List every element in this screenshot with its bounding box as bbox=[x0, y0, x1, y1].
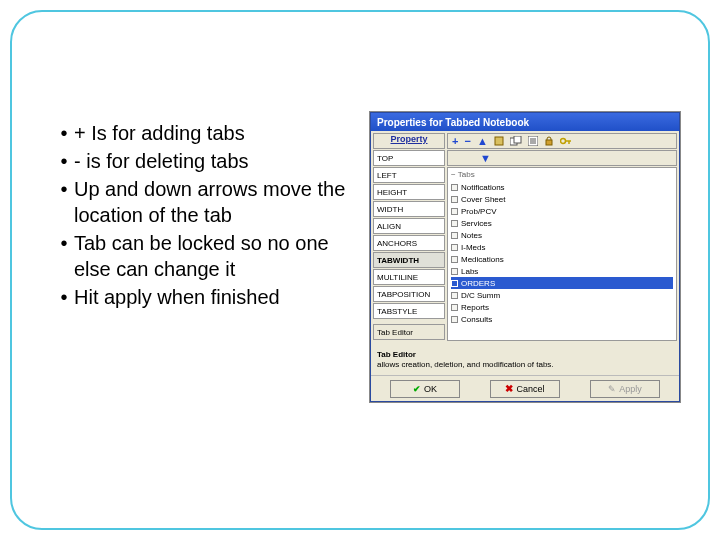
tab-item[interactable]: Notes bbox=[451, 229, 673, 241]
help-title: Tab Editor bbox=[377, 350, 673, 359]
property-row[interactable]: ALIGN bbox=[373, 218, 445, 234]
property-row[interactable]: TOP bbox=[373, 150, 445, 166]
property-row[interactable]: TABPOSITION bbox=[373, 286, 445, 302]
key-icon[interactable] bbox=[560, 136, 572, 146]
tab-icon bbox=[451, 208, 458, 215]
svg-point-8 bbox=[560, 139, 565, 144]
bullet-item: • - is for deleting tabs bbox=[54, 148, 366, 174]
svg-rect-7 bbox=[546, 140, 552, 145]
tab-icon bbox=[451, 304, 458, 311]
lock-icon[interactable] bbox=[544, 136, 554, 146]
property-row[interactable]: WIDTH bbox=[373, 201, 445, 217]
tab-icon bbox=[451, 292, 458, 299]
tab-icon bbox=[451, 268, 458, 275]
tabs-list: Notifications Cover Sheet Prob/PCV Servi… bbox=[451, 181, 673, 325]
bullet-dot: • bbox=[54, 284, 74, 310]
paste-icon[interactable] bbox=[494, 136, 504, 146]
tab-item[interactable]: Prob/PCV bbox=[451, 205, 673, 217]
apply-icon: ✎ bbox=[608, 384, 616, 394]
bullet-dot: • bbox=[54, 230, 74, 282]
bullet-dot: • bbox=[54, 148, 74, 174]
tab-item-selected[interactable]: ORDERS bbox=[451, 277, 673, 289]
dialog-title: Properties for Tabbed Notebook bbox=[377, 117, 529, 128]
dialog-titlebar[interactable]: Properties for Tabbed Notebook bbox=[371, 113, 679, 131]
property-row[interactable]: HEIGHT bbox=[373, 184, 445, 200]
slide-frame: • + Is for adding tabs • - is for deleti… bbox=[10, 10, 710, 530]
ok-button[interactable]: ✔OK bbox=[390, 380, 460, 398]
bullet-item: • + Is for adding tabs bbox=[54, 120, 366, 146]
tab-icon bbox=[451, 196, 458, 203]
property-row[interactable]: LEFT bbox=[373, 167, 445, 183]
tab-item[interactable]: Medications bbox=[451, 253, 673, 265]
help-panel: Tab Editor allows creation, deletion, an… bbox=[373, 347, 677, 375]
tab-item[interactable]: Reports bbox=[451, 301, 673, 313]
move-down-icon[interactable]: ▼ bbox=[480, 153, 491, 164]
tab-item[interactable]: Cover Sheet bbox=[451, 193, 673, 205]
property-row[interactable]: MULTILINE bbox=[373, 269, 445, 285]
tab-item[interactable]: Consults bbox=[451, 313, 673, 325]
tab-item[interactable]: Labs bbox=[451, 265, 673, 277]
tab-item[interactable]: Notifications bbox=[451, 181, 673, 193]
tab-toolbar: + − ▲ bbox=[447, 133, 677, 149]
tab-icon bbox=[451, 232, 458, 239]
svg-rect-0 bbox=[495, 137, 503, 145]
copy-icon[interactable] bbox=[510, 136, 522, 146]
bullet-list: • + Is for adding tabs • - is for deleti… bbox=[36, 42, 366, 498]
bullet-item: • Tab can be locked so no one else can c… bbox=[54, 230, 366, 282]
bullet-text: + Is for adding tabs bbox=[74, 120, 366, 146]
move-up-icon[interactable]: ▲ bbox=[477, 136, 488, 147]
close-icon: ✖ bbox=[505, 383, 513, 394]
property-header: Property bbox=[373, 133, 445, 149]
bullet-text: Up and down arrows move the location of … bbox=[74, 176, 366, 228]
properties-dialog: Properties for Tabbed Notebook Property … bbox=[370, 112, 680, 402]
tab-item[interactable]: I-Meds bbox=[451, 241, 673, 253]
property-list: Property TOP LEFT HEIGHT WIDTH ALIGN ANC… bbox=[373, 133, 445, 341]
tab-icon bbox=[451, 220, 458, 227]
property-row[interactable]: ANCHORS bbox=[373, 235, 445, 251]
bullet-text: - is for deleting tabs bbox=[74, 148, 366, 174]
tab-icon bbox=[451, 256, 458, 263]
tab-icon bbox=[451, 280, 458, 287]
bullet-dot: • bbox=[54, 176, 74, 228]
apply-button[interactable]: ✎Apply bbox=[590, 380, 660, 398]
add-tab-icon[interactable]: + bbox=[452, 136, 458, 147]
properties-icon[interactable] bbox=[528, 136, 538, 146]
property-row[interactable]: TABWIDTH bbox=[373, 252, 445, 268]
tabs-label: − Tabs bbox=[451, 170, 673, 179]
help-text: allows creation, deletion, and modificat… bbox=[377, 360, 673, 369]
bullet-text: Hit apply when finished bbox=[74, 284, 366, 310]
tab-icon bbox=[451, 244, 458, 251]
tab-item[interactable]: Services bbox=[451, 217, 673, 229]
tab-item[interactable]: D/C Summ bbox=[451, 289, 673, 301]
check-icon: ✔ bbox=[413, 384, 421, 394]
property-row[interactable]: TABSTYLE bbox=[373, 303, 445, 319]
tab-editor-button[interactable]: Tab Editor bbox=[373, 324, 445, 340]
cancel-button[interactable]: ✖Cancel bbox=[490, 380, 560, 398]
dialog-button-bar: ✔OK ✖Cancel ✎Apply bbox=[371, 375, 679, 401]
bullet-text: Tab can be locked so no one else can cha… bbox=[74, 230, 366, 282]
tabs-panel: − Tabs Notifications Cover Sheet Prob/PC… bbox=[447, 167, 677, 341]
tab-icon bbox=[451, 184, 458, 191]
bullet-item: • Hit apply when finished bbox=[54, 284, 366, 310]
tab-toolbar-2: ▼ bbox=[447, 150, 677, 166]
bullet-dot: • bbox=[54, 120, 74, 146]
bullet-item: • Up and down arrows move the location o… bbox=[54, 176, 366, 228]
delete-tab-icon[interactable]: − bbox=[464, 136, 470, 147]
screenshot-area: Properties for Tabbed Notebook Property … bbox=[366, 42, 684, 498]
svg-rect-2 bbox=[514, 136, 521, 143]
tab-icon bbox=[451, 316, 458, 323]
